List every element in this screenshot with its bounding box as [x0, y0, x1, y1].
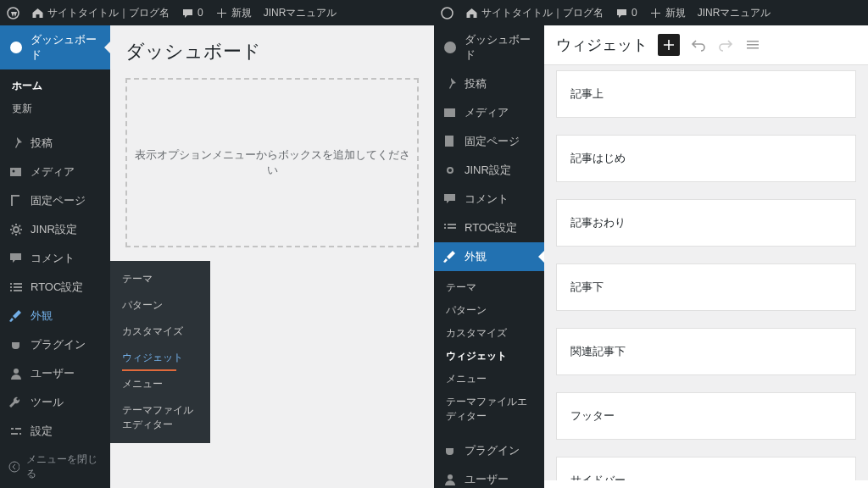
sidebar-item-posts[interactable]: 投稿	[0, 129, 110, 158]
widget-area[interactable]: 記事上	[556, 70, 856, 118]
wp-logo[interactable]	[441, 7, 453, 19]
undo-button[interactable]	[690, 36, 707, 53]
sidebar-item-label: RTOC設定	[31, 280, 83, 295]
sidebar-item-pages[interactable]: 固定ページ	[434, 127, 544, 156]
empty-widget-box: 表示オプションメニューからボックスを追加してください	[125, 78, 419, 247]
admin-sidebar: ダッシュボード ホーム 更新 投稿 メディア 固定ページ JINR設定 コメント	[0, 25, 110, 488]
admin-sidebar: ダッシュボード 投稿 メディア 固定ページ JINR設定 コメント RTOC設定	[434, 25, 544, 488]
comments-link[interactable]: 0	[615, 7, 637, 19]
sidebar-item-jinr[interactable]: JINR設定	[0, 215, 110, 244]
plugin-icon	[8, 337, 24, 352]
home-icon	[31, 7, 44, 19]
sidebar-item-plugins[interactable]: プラグイン	[0, 330, 110, 359]
sidebar-item-label: 外観	[31, 308, 53, 324]
new-content-link[interactable]: 新規	[649, 6, 686, 20]
new-content-link[interactable]: 新規	[215, 6, 252, 20]
sidebar-item-media[interactable]: メディア	[434, 98, 544, 127]
redo-button[interactable]	[717, 36, 734, 53]
home-icon	[465, 7, 478, 19]
manual-link[interactable]: JINRマニュアル	[264, 6, 337, 20]
sidebar-item-settings[interactable]: 設定	[0, 417, 110, 446]
appearance-sub: テーマ パターン カスタマイズ ウィジェット メニュー テーマファイルエディター	[434, 271, 544, 436]
flyout-widgets[interactable]: ウィジェット	[110, 345, 210, 371]
sidebar-item-comments[interactable]: コメント	[434, 185, 544, 214]
widget-area[interactable]: フッター	[556, 392, 856, 440]
sidebar-item-posts[interactable]: 投稿	[434, 69, 544, 98]
sidebar-item-label: メディア	[31, 164, 75, 180]
sub-item-customize[interactable]: カスタマイズ	[434, 322, 544, 345]
svg-rect-11	[444, 108, 455, 117]
sidebar-item-rtoc[interactable]: RTOC設定	[0, 273, 110, 302]
sidebar-item-pages[interactable]: 固定ページ	[0, 186, 110, 215]
sub-item-themes[interactable]: テーマ	[434, 276, 544, 299]
sidebar-item-tools[interactable]: ツール	[0, 388, 110, 417]
sidebar-item-label: 固定ページ	[465, 134, 520, 149]
appearance-flyout: テーマ パターン カスタマイズ ウィジェット メニュー テーマファイルエディター	[110, 261, 210, 443]
sub-item-home[interactable]: ホーム	[0, 75, 110, 97]
flyout-menus[interactable]: メニュー	[110, 371, 210, 397]
widget-area[interactable]: 記事下	[556, 263, 856, 311]
sliders-icon	[8, 424, 24, 439]
sidebar-item-appearance[interactable]: 外観	[0, 302, 110, 330]
widget-area-label: 記事下	[570, 280, 604, 293]
collapse-icon	[8, 461, 19, 473]
sidebar-item-dashboard[interactable]: ダッシュボード	[0, 25, 110, 69]
media-icon	[442, 105, 458, 120]
sub-item-updates[interactable]: 更新	[0, 97, 110, 120]
sidebar-item-label: ダッシュボード	[31, 32, 102, 63]
wp-logo[interactable]	[7, 7, 19, 19]
manual-link[interactable]: JINRマニュアル	[698, 6, 771, 20]
widget-area-label: 記事おわり	[570, 216, 626, 229]
sidebar-item-label: 設定	[31, 424, 53, 439]
sidebar-item-label: ダッシュボード	[465, 32, 536, 63]
flyout-patterns[interactable]: パターン	[110, 292, 210, 319]
admin-topbar: サイトタイトル｜ブログ名 0 新規 JINRマニュアル	[0, 0, 434, 25]
widget-area[interactable]: 記事おわり	[556, 199, 856, 247]
sub-item-widgets[interactable]: ウィジェット	[434, 345, 544, 368]
list-view-button[interactable]	[744, 36, 761, 53]
sidebar-item-label: ユーザー	[465, 472, 509, 487]
sub-item-editor[interactable]: テーマファイルエディター	[434, 391, 544, 428]
sidebar-item-media[interactable]: メディア	[0, 158, 110, 186]
flyout-editor[interactable]: テーマファイルエディター	[110, 397, 210, 438]
comment-icon	[8, 251, 24, 266]
svg-point-13	[448, 168, 453, 173]
sidebar-item-jinr[interactable]: JINR設定	[434, 156, 544, 185]
flyout-themes[interactable]: テーマ	[110, 266, 210, 292]
gear-icon	[8, 222, 24, 237]
widgets-header: ウィジェット	[544, 25, 868, 65]
comment-icon	[442, 191, 458, 207]
svg-point-9	[442, 8, 453, 19]
sub-item-patterns[interactable]: パターン	[434, 299, 544, 322]
sidebar-item-appearance[interactable]: 外観	[434, 242, 544, 271]
tools-icon	[8, 395, 24, 410]
widget-area[interactable]: サイドバー	[556, 457, 856, 480]
plugin-icon	[442, 443, 458, 458]
pin-icon	[442, 76, 458, 92]
list-icon	[442, 220, 458, 236]
sidebar-item-label: 投稿	[465, 76, 487, 92]
sub-item-menus[interactable]: メニュー	[434, 368, 544, 391]
widget-area[interactable]: 関連記事下	[556, 328, 856, 375]
sidebar-collapse[interactable]: メニューを閉じる	[0, 446, 110, 488]
comment-icon	[615, 7, 628, 19]
comment-icon	[181, 7, 194, 19]
site-title: サイトタイトル｜ブログ名	[47, 6, 170, 20]
svg-point-6	[14, 227, 19, 232]
flyout-customize[interactable]: カスタマイズ	[110, 319, 210, 345]
site-title: サイトタイトル｜ブログ名	[481, 6, 604, 20]
sidebar-item-rtoc[interactable]: RTOC設定	[434, 214, 544, 242]
add-block-button[interactable]	[658, 34, 680, 56]
sidebar-item-plugins[interactable]: プラグイン	[434, 436, 544, 465]
sidebar-item-dashboard[interactable]: ダッシュボード	[434, 25, 544, 69]
site-home-link[interactable]: サイトタイトル｜ブログ名	[31, 6, 170, 20]
sidebar-item-label: 投稿	[31, 136, 53, 151]
brush-icon	[8, 308, 24, 324]
sidebar-item-comments[interactable]: コメント	[0, 244, 110, 273]
widget-area-label: 記事上	[570, 87, 604, 100]
widget-area[interactable]: 記事はじめ	[556, 135, 856, 182]
sidebar-item-users[interactable]: ユーザー	[0, 359, 110, 388]
comments-link[interactable]: 0	[181, 7, 203, 19]
sidebar-item-users[interactable]: ユーザー	[434, 465, 544, 488]
site-home-link[interactable]: サイトタイトル｜ブログ名	[465, 6, 604, 20]
